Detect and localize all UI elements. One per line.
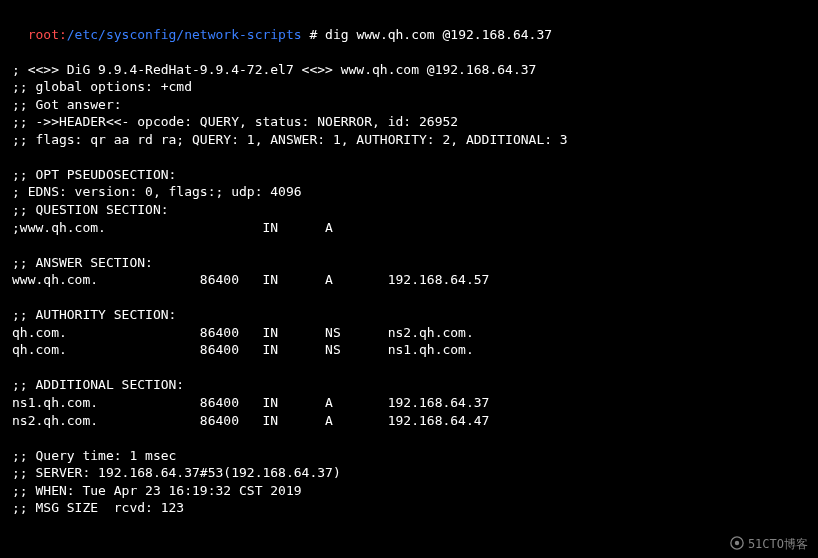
blank-line	[12, 359, 806, 377]
prompt-user: root	[28, 27, 59, 42]
opt-pseudosection-title: ;; OPT PSEUDOSECTION:	[12, 166, 806, 184]
blank-line	[12, 148, 806, 166]
footer-server: ;; SERVER: 192.168.64.37#53(192.168.64.3…	[12, 464, 806, 482]
command-text: dig www.qh.com @192.168.64.37	[325, 27, 552, 42]
footer-query-time: ;; Query time: 1 msec	[12, 447, 806, 465]
shell-prompt-line[interactable]: root:/etc/sysconfig/network-scripts # di…	[12, 8, 806, 43]
dig-got-answer: ;; Got answer:	[12, 96, 806, 114]
answer-row: www.qh.com. 86400 IN A 192.168.64.57	[12, 271, 806, 289]
opt-edns: ; EDNS: version: 0, flags:; udp: 4096	[12, 183, 806, 201]
additional-section-title: ;; ADDITIONAL SECTION:	[12, 376, 806, 394]
dig-banner: ; <<>> DiG 9.9.4-RedHat-9.9.4-72.el7 <<>…	[12, 61, 806, 79]
authority-section-title: ;; AUTHORITY SECTION:	[12, 306, 806, 324]
dig-global-options: ;; global options: +cmd	[12, 78, 806, 96]
additional-row-1: ns1.qh.com. 86400 IN A 192.168.64.37	[12, 394, 806, 412]
blank-line	[12, 289, 806, 307]
watermark: 51CTO博客	[730, 536, 808, 552]
watermark-text: 51CTO博客	[748, 537, 808, 551]
blank-line	[12, 43, 806, 61]
blog-logo-icon	[730, 536, 744, 550]
blank-line	[12, 429, 806, 447]
answer-section-title: ;; ANSWER SECTION:	[12, 254, 806, 272]
dig-flags: ;; flags: qr aa rd ra; QUERY: 1, ANSWER:…	[12, 131, 806, 149]
additional-row-2: ns2.qh.com. 86400 IN A 192.168.64.47	[12, 412, 806, 430]
svg-point-1	[735, 541, 739, 545]
dig-header: ;; ->>HEADER<<- opcode: QUERY, status: N…	[12, 113, 806, 131]
authority-row-2: qh.com. 86400 IN NS ns1.qh.com.	[12, 341, 806, 359]
question-section-title: ;; QUESTION SECTION:	[12, 201, 806, 219]
footer-msg-size: ;; MSG SIZE rcvd: 123	[12, 499, 806, 517]
blank-line	[12, 236, 806, 254]
prompt-path: /etc/sysconfig/network-scripts	[67, 27, 302, 42]
prompt-hash: #	[302, 27, 325, 42]
footer-when: ;; WHEN: Tue Apr 23 16:19:32 CST 2019	[12, 482, 806, 500]
prompt-separator: :	[59, 27, 67, 42]
authority-row-1: qh.com. 86400 IN NS ns2.qh.com.	[12, 324, 806, 342]
question-row: ;www.qh.com. IN A	[12, 219, 806, 237]
